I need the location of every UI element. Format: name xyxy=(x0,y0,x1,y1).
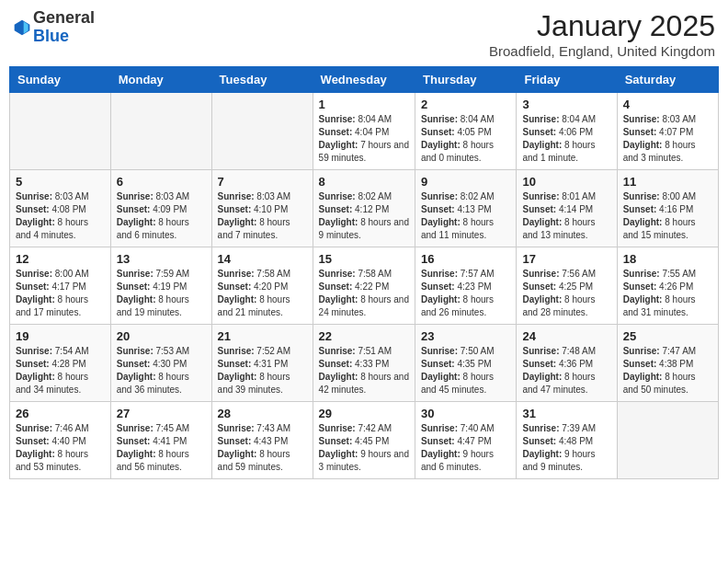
day-number: 17 xyxy=(522,252,610,266)
calendar-cell: 5Sunrise: 8:03 AMSunset: 4:08 PMDaylight… xyxy=(10,170,111,247)
month-title: January 2025 xyxy=(489,9,715,43)
week-row-0: 1Sunrise: 8:04 AMSunset: 4:04 PMDaylight… xyxy=(10,93,719,170)
logo-icon xyxy=(13,18,31,37)
calendar-table: SundayMondayTuesdayWednesdayThursdayFrid… xyxy=(9,66,719,479)
calendar-cell: 14Sunrise: 7:58 AMSunset: 4:20 PMDayligh… xyxy=(211,247,313,325)
calendar-cell: 6Sunrise: 8:03 AMSunset: 4:09 PMDaylight… xyxy=(110,170,211,247)
week-row-2: 12Sunrise: 8:00 AMSunset: 4:17 PMDayligh… xyxy=(10,247,719,325)
logo-blue-text: Blue xyxy=(33,27,69,45)
day-info: Sunrise: 7:57 AMSunset: 4:23 PMDaylight:… xyxy=(421,268,510,319)
day-info: Sunrise: 7:45 AMSunset: 4:41 PMDaylight:… xyxy=(117,422,206,474)
calendar-cell: 19Sunrise: 7:54 AMSunset: 4:28 PMDayligh… xyxy=(10,325,111,402)
day-info: Sunrise: 7:51 AMSunset: 4:33 PMDaylight:… xyxy=(319,345,409,396)
day-info: Sunrise: 8:03 AMSunset: 4:10 PMDaylight:… xyxy=(218,190,307,242)
calendar-cell: 15Sunrise: 7:58 AMSunset: 4:22 PMDayligh… xyxy=(313,247,415,325)
calendar-cell: 17Sunrise: 7:56 AMSunset: 4:25 PMDayligh… xyxy=(517,247,617,325)
day-number: 28 xyxy=(218,407,307,420)
day-info: Sunrise: 7:48 AMSunset: 4:36 PMDaylight:… xyxy=(522,345,610,396)
day-number: 11 xyxy=(623,175,712,189)
weekday-header-row: SundayMondayTuesdayWednesdayThursdayFrid… xyxy=(10,67,719,93)
calendar-cell: 28Sunrise: 7:43 AMSunset: 4:43 PMDayligh… xyxy=(211,402,313,479)
day-number: 31 xyxy=(522,407,610,420)
day-info: Sunrise: 8:03 AMSunset: 4:08 PMDaylight:… xyxy=(16,190,105,242)
day-info: Sunrise: 7:59 AMSunset: 4:19 PMDaylight:… xyxy=(117,268,206,319)
day-number: 29 xyxy=(319,407,409,420)
day-number: 5 xyxy=(16,175,105,189)
day-number: 26 xyxy=(16,407,105,420)
calendar-cell: 13Sunrise: 7:59 AMSunset: 4:19 PMDayligh… xyxy=(110,247,211,325)
calendar-cell xyxy=(211,93,313,170)
calendar-cell: 22Sunrise: 7:51 AMSunset: 4:33 PMDayligh… xyxy=(313,325,415,402)
day-info: Sunrise: 7:40 AMSunset: 4:47 PMDaylight:… xyxy=(421,422,510,474)
calendar-cell: 1Sunrise: 8:04 AMSunset: 4:04 PMDaylight… xyxy=(313,93,415,170)
week-row-1: 5Sunrise: 8:03 AMSunset: 4:08 PMDaylight… xyxy=(10,170,719,247)
day-info: Sunrise: 8:04 AMSunset: 4:06 PMDaylight:… xyxy=(522,113,610,165)
day-number: 19 xyxy=(16,329,105,343)
day-number: 6 xyxy=(117,175,206,189)
day-number: 23 xyxy=(421,329,510,343)
day-number: 4 xyxy=(623,98,712,111)
day-number: 8 xyxy=(319,175,409,189)
day-number: 13 xyxy=(117,252,206,266)
day-info: Sunrise: 8:03 AMSunset: 4:07 PMDaylight:… xyxy=(623,113,712,165)
weekday-header-wednesday: Wednesday xyxy=(313,67,415,93)
day-info: Sunrise: 8:00 AMSunset: 4:16 PMDaylight:… xyxy=(623,190,712,242)
calendar-cell: 30Sunrise: 7:40 AMSunset: 4:47 PMDayligh… xyxy=(415,402,517,479)
day-number: 9 xyxy=(421,175,510,189)
calendar-cell: 4Sunrise: 8:03 AMSunset: 4:07 PMDaylight… xyxy=(617,93,718,170)
calendar-cell: 31Sunrise: 7:39 AMSunset: 4:48 PMDayligh… xyxy=(517,402,617,479)
day-info: Sunrise: 8:04 AMSunset: 4:04 PMDaylight:… xyxy=(319,113,409,165)
weekday-header-thursday: Thursday xyxy=(415,67,517,93)
calendar-cell: 8Sunrise: 8:02 AMSunset: 4:12 PMDaylight… xyxy=(313,170,415,247)
calendar-cell: 2Sunrise: 8:04 AMSunset: 4:05 PMDaylight… xyxy=(415,93,517,170)
day-info: Sunrise: 7:43 AMSunset: 4:43 PMDaylight:… xyxy=(218,422,307,474)
day-info: Sunrise: 7:47 AMSunset: 4:38 PMDaylight:… xyxy=(623,345,712,396)
calendar-cell xyxy=(110,93,211,170)
day-number: 24 xyxy=(522,329,610,343)
weekday-header-tuesday: Tuesday xyxy=(211,67,313,93)
calendar-cell: 29Sunrise: 7:42 AMSunset: 4:45 PMDayligh… xyxy=(313,402,415,479)
day-number: 1 xyxy=(319,98,409,111)
page-header: General Blue January 2025 Broadfield, En… xyxy=(9,9,719,59)
day-number: 7 xyxy=(218,175,307,189)
calendar-cell: 25Sunrise: 7:47 AMSunset: 4:38 PMDayligh… xyxy=(617,325,718,402)
day-number: 16 xyxy=(421,252,510,266)
calendar-cell: 21Sunrise: 7:52 AMSunset: 4:31 PMDayligh… xyxy=(211,325,313,402)
day-number: 25 xyxy=(623,329,712,343)
day-info: Sunrise: 8:03 AMSunset: 4:09 PMDaylight:… xyxy=(117,190,206,242)
calendar-cell xyxy=(617,402,718,479)
calendar-cell: 18Sunrise: 7:55 AMSunset: 4:26 PMDayligh… xyxy=(617,247,718,325)
day-info: Sunrise: 7:53 AMSunset: 4:30 PMDaylight:… xyxy=(117,345,206,396)
calendar-cell xyxy=(10,93,111,170)
calendar-cell: 3Sunrise: 8:04 AMSunset: 4:06 PMDaylight… xyxy=(517,93,617,170)
calendar-cell: 27Sunrise: 7:45 AMSunset: 4:41 PMDayligh… xyxy=(110,402,211,479)
day-info: Sunrise: 8:02 AMSunset: 4:13 PMDaylight:… xyxy=(421,190,510,242)
location-text: Broadfield, England, United Kingdom xyxy=(489,43,715,59)
week-row-3: 19Sunrise: 7:54 AMSunset: 4:28 PMDayligh… xyxy=(10,325,719,402)
day-number: 30 xyxy=(421,407,510,420)
calendar-cell: 26Sunrise: 7:46 AMSunset: 4:40 PMDayligh… xyxy=(10,402,111,479)
day-number: 2 xyxy=(421,98,510,111)
day-number: 21 xyxy=(218,329,307,343)
calendar-cell: 11Sunrise: 8:00 AMSunset: 4:16 PMDayligh… xyxy=(617,170,718,247)
day-number: 18 xyxy=(623,252,712,266)
weekday-header-monday: Monday xyxy=(110,67,211,93)
day-number: 27 xyxy=(117,407,206,420)
day-info: Sunrise: 7:46 AMSunset: 4:40 PMDaylight:… xyxy=(16,422,105,474)
calendar-cell: 24Sunrise: 7:48 AMSunset: 4:36 PMDayligh… xyxy=(517,325,617,402)
day-info: Sunrise: 7:52 AMSunset: 4:31 PMDaylight:… xyxy=(218,345,307,396)
logo-general-text: General xyxy=(33,8,95,27)
day-number: 22 xyxy=(319,329,409,343)
calendar-cell: 23Sunrise: 7:50 AMSunset: 4:35 PMDayligh… xyxy=(415,325,517,402)
day-info: Sunrise: 7:54 AMSunset: 4:28 PMDaylight:… xyxy=(16,345,105,396)
day-info: Sunrise: 7:42 AMSunset: 4:45 PMDaylight:… xyxy=(319,422,409,474)
calendar-cell: 7Sunrise: 8:03 AMSunset: 4:10 PMDaylight… xyxy=(211,170,313,247)
day-number: 3 xyxy=(522,98,610,111)
day-info: Sunrise: 8:02 AMSunset: 4:12 PMDaylight:… xyxy=(319,190,409,242)
day-number: 20 xyxy=(117,329,206,343)
calendar-cell: 12Sunrise: 8:00 AMSunset: 4:17 PMDayligh… xyxy=(10,247,111,325)
day-info: Sunrise: 8:04 AMSunset: 4:05 PMDaylight:… xyxy=(421,113,510,165)
weekday-header-friday: Friday xyxy=(517,67,617,93)
weekday-header-sunday: Sunday xyxy=(10,67,111,93)
calendar-cell: 10Sunrise: 8:01 AMSunset: 4:14 PMDayligh… xyxy=(517,170,617,247)
